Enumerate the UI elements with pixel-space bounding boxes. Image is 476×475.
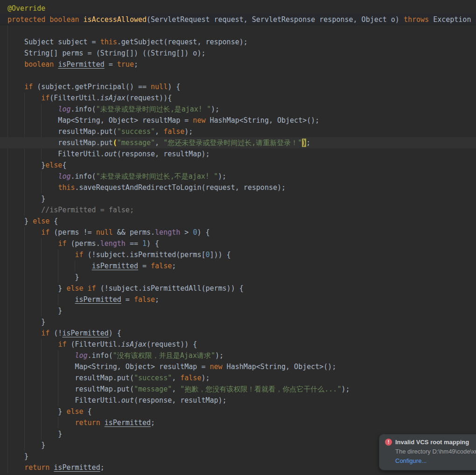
code-line[interactable]: Subject subject = this.getSubject(reques…: [0, 36, 476, 48]
code-token: (perms.: [66, 239, 100, 248]
code-token: .getSubject(request, response);: [117, 38, 248, 46]
code-line[interactable]: boolean isPermitted = true;: [0, 59, 476, 70]
code-token: resultMap.put(: [7, 374, 134, 382]
code-token: throws: [404, 15, 429, 24]
code-line[interactable]: if (!subject.isPermitted(perms[0])) {: [0, 249, 476, 260]
code-line[interactable]: this.saveRequestAndRedirectToLogin(reque…: [0, 182, 476, 193]
code-token: [7, 183, 58, 192]
code-token: FilterUtil.: [7, 150, 105, 158]
code-line[interactable]: }: [0, 193, 476, 204]
code-token: out: [121, 396, 134, 405]
code-line[interactable]: FilterUtil.out(response, resultMap);: [0, 395, 476, 406]
code-line[interactable]: }: [0, 305, 476, 316]
code-line[interactable]: Map<String, Object> resultMap = new Hash…: [0, 115, 476, 126]
code-token: ) {: [109, 329, 121, 337]
code-token: if: [58, 239, 66, 248]
code-token: (FilterUtil.: [66, 340, 121, 349]
code-token: protected: [7, 15, 45, 24]
code-line[interactable]: resultMap.put("success", false);: [0, 372, 476, 384]
code-token: [7, 351, 75, 360]
code-line[interactable]: }: [0, 272, 476, 283]
code-token: .saveRequestAndRedirectToLogin(request, …: [75, 183, 286, 192]
code-token: }: [7, 318, 45, 326]
code-token: FilterUtil.: [7, 396, 121, 405]
code-token: ])) {: [210, 251, 231, 259]
code-line[interactable]: if (perms != null && perms.length > 0) {: [0, 227, 476, 238]
code-token: }: [7, 430, 62, 438]
code-line[interactable]: } else {: [0, 406, 476, 417]
code-token: [7, 463, 24, 472]
code-line[interactable]: } else {: [0, 216, 476, 227]
code-token: [7, 172, 58, 181]
code-line[interactable]: }else{: [0, 160, 476, 171]
code-token: ,: [155, 127, 163, 136]
code-token: new: [210, 363, 222, 371]
code-line[interactable]: if (subject.getPrincipal() == null) {: [0, 81, 476, 92]
code-line[interactable]: log.info("没有该权限，并且是Ajax请求");: [0, 350, 476, 361]
code-line[interactable]: isPermitted = false;: [0, 294, 476, 305]
code-token: if: [58, 340, 66, 349]
code-line[interactable]: resultMap.put("message", "抱歉，您没有该权限！看就看，…: [0, 384, 476, 395]
code-token: {: [62, 161, 66, 169]
code-line[interactable]: [0, 70, 476, 81]
code-token: false: [134, 295, 155, 304]
code-line[interactable]: if (!isPermitted) {: [0, 328, 476, 339]
code-token: isAjax: [100, 94, 126, 102]
code-token: resultMap.put(: [7, 385, 134, 393]
code-token: return: [24, 463, 49, 472]
code-token: isAjax: [121, 340, 147, 349]
code-line[interactable]: if (FilterUtil.isAjax(request)) {: [0, 339, 476, 350]
code-line[interactable]: Map<String, Object> resultMap = new Hash…: [0, 361, 476, 372]
code-token: HashMap<String, Object>();: [223, 363, 336, 371]
code-line[interactable]: log.info("未登录或登录时间过长,不是ajax! ");: [0, 171, 476, 182]
code-area[interactable]: @Overrideprotected boolean isAccessAllow…: [0, 0, 476, 473]
code-token: Exception {: [429, 15, 476, 24]
code-line[interactable]: @Override: [0, 3, 476, 14]
code-token: false: [163, 127, 184, 136]
code-line[interactable]: resultMap.put("message", "您还未登录或登录时间过长,请…: [0, 137, 476, 148]
code-token: }: [7, 217, 33, 225]
code-line[interactable]: if(FilterUtil.isAjax(request)){: [0, 92, 476, 104]
code-line[interactable]: //isPermitted = false;: [0, 204, 476, 216]
code-token: [7, 206, 41, 214]
code-token: [7, 419, 75, 427]
code-line[interactable]: protected boolean isAccessAllowed(Servle…: [0, 14, 476, 25]
code-line[interactable]: [0, 25, 476, 36]
code-token: {: [49, 217, 58, 225]
code-line[interactable]: if (perms.length == 1) {: [0, 238, 476, 249]
code-token: );: [211, 105, 219, 113]
vcs-notification-balloon: ! Invalid VCS root mapping The directory…: [379, 434, 476, 470]
code-line[interactable]: resultMap.put("success", false);: [0, 126, 476, 137]
code-token: null: [96, 228, 113, 237]
code-line[interactable]: return isPermitted;: [0, 417, 476, 428]
code-line[interactable]: } else if (!subject.isPermittedAll(perms…: [0, 283, 476, 294]
code-token: ): [302, 139, 306, 147]
code-token: new: [193, 116, 205, 125]
code-token: isPermitted: [58, 60, 104, 69]
code-token: "success": [134, 374, 172, 382]
code-token: "message": [134, 385, 172, 393]
code-line[interactable]: }: [0, 316, 476, 328]
code-token: isPermitted: [92, 262, 138, 270]
code-token: [7, 251, 75, 259]
error-icon: !: [385, 439, 392, 446]
code-token: "您还未登录或登录时间过长,请重新登录！": [163, 139, 302, 147]
code-token: if: [41, 329, 49, 337]
code-token: ) {: [147, 239, 159, 248]
code-token: .info(: [70, 105, 96, 113]
code-token: && perms.: [113, 228, 155, 237]
code-line[interactable]: FilterUtil.out(response, resultMap);: [0, 148, 476, 160]
code-line[interactable]: isPermitted = false;: [0, 260, 476, 272]
code-token: Subject subject =: [7, 38, 100, 46]
code-editor[interactable]: @Overrideprotected boolean isAccessAllow…: [0, 0, 476, 475]
code-token: ;: [172, 262, 176, 270]
code-token: isPermitted: [75, 295, 121, 304]
configure-link[interactable]: Configure...: [395, 457, 427, 464]
code-token: .info(: [88, 351, 113, 360]
code-token: if: [24, 83, 33, 91]
code-token: (subject.getPrincipal() ==: [33, 83, 151, 91]
code-token: isPermitted: [54, 463, 100, 472]
code-token: boolean: [24, 60, 54, 69]
code-line[interactable]: log.info("未登录或登录时间过长,是ajax! ");: [0, 104, 476, 115]
code-line[interactable]: String[] perms = (String[]) ((String[]) …: [0, 48, 476, 59]
